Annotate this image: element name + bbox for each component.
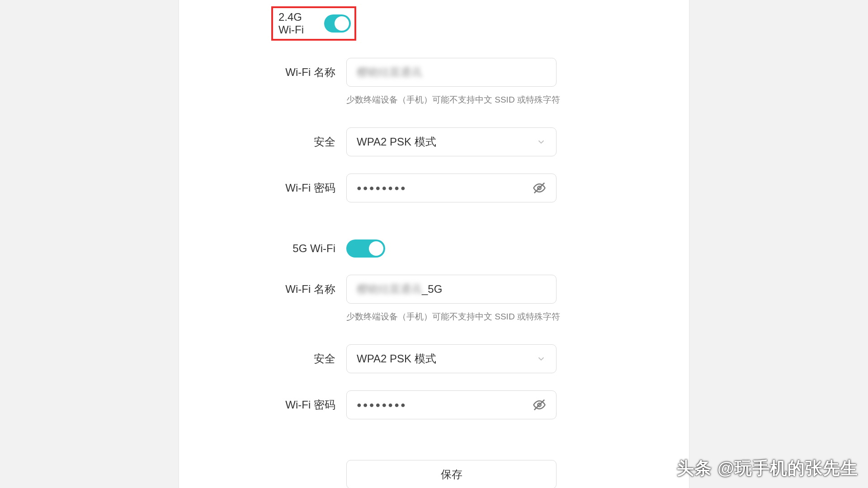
eye-hidden-icon[interactable] (533, 398, 546, 412)
eye-hidden-icon[interactable] (533, 181, 546, 195)
watermark: 头条 @玩手机的张先生 (677, 457, 858, 480)
settings-panel: 2.4G Wi-Fi Wi-Fi 名称 樱晓结晨通讯 少数终端设备（手机）可能不… (179, 0, 689, 488)
wifi24-toggle[interactable] (324, 14, 351, 33)
wifi5g-hint-row: 少数终端设备（手机）可能不支持中文 SSID 或特殊字符 (179, 311, 689, 323)
wifi5g-toggle[interactable] (346, 239, 385, 258)
wifi5g-security-label: 安全 (179, 352, 346, 366)
wifi24-toggle-row: 2.4G Wi-Fi (179, 6, 689, 41)
wifi24-password-row: Wi-Fi 密码 ●●●●●●●● (179, 174, 689, 202)
wifi5g-password-value: ●●●●●●●● (357, 400, 407, 410)
wifi5g-name-row: Wi-Fi 名称 樱晓结晨通讯_5G (179, 275, 689, 304)
wifi24-name-label: Wi-Fi 名称 (179, 65, 346, 80)
chevron-down-icon (536, 137, 546, 147)
wifi24-security-label: 安全 (179, 135, 346, 149)
wifi24-toggle-label: 2.4G Wi-Fi (278, 11, 314, 36)
wifi24-name-row: Wi-Fi 名称 樱晓结晨通讯 (179, 58, 689, 87)
wifi24-password-value: ●●●●●●●● (357, 183, 407, 193)
wifi5g-security-select[interactable]: WPA2 PSK 模式 (346, 344, 557, 373)
save-button-label: 保存 (441, 467, 462, 482)
wifi5g-password-label: Wi-Fi 密码 (179, 398, 346, 412)
wifi24-password-label: Wi-Fi 密码 (179, 181, 346, 195)
wifi5g-password-input[interactable]: ●●●●●●●● (346, 390, 557, 419)
wifi24-security-row: 安全 WPA2 PSK 模式 (179, 127, 689, 156)
save-button[interactable]: 保存 (346, 460, 557, 488)
wifi5g-security-value: WPA2 PSK 模式 (357, 352, 436, 366)
wifi5g-name-input[interactable]: 樱晓结晨通讯_5G (346, 275, 557, 304)
wifi24-name-value: 樱晓结晨通讯 (357, 65, 422, 80)
wifi5g-name-value-blur: 樱晓结晨通讯 (357, 282, 422, 296)
wifi5g-toggle-row: 5G Wi-Fi (179, 239, 689, 258)
wifi24-security-value: WPA2 PSK 模式 (357, 135, 436, 149)
wifi24-password-input[interactable]: ●●●●●●●● (346, 174, 557, 202)
save-row: 保存 (179, 460, 689, 488)
toggle-knob (335, 16, 349, 31)
wifi24-security-select[interactable]: WPA2 PSK 模式 (346, 127, 557, 156)
toggle-knob (369, 241, 383, 256)
wifi5g-toggle-label: 5G Wi-Fi (179, 242, 346, 255)
wifi5g-ssid-hint: 少数终端设备（手机）可能不支持中文 SSID 或特殊字符 (346, 311, 560, 323)
wifi5g-name-label: Wi-Fi 名称 (179, 282, 346, 296)
wifi5g-name-value-suffix: _5G (422, 283, 442, 296)
wifi5g-security-row: 安全 WPA2 PSK 模式 (179, 344, 689, 373)
wifi5g-password-row: Wi-Fi 密码 ●●●●●●●● (179, 390, 689, 419)
wifi24-ssid-hint: 少数终端设备（手机）可能不支持中文 SSID 或特殊字符 (346, 94, 560, 106)
chevron-down-icon (536, 354, 546, 364)
wifi24-hint-row: 少数终端设备（手机）可能不支持中文 SSID 或特殊字符 (179, 94, 689, 106)
wifi24-name-input[interactable]: 樱晓结晨通讯 (346, 58, 557, 87)
wifi24-highlight-box: 2.4G Wi-Fi (271, 6, 356, 41)
